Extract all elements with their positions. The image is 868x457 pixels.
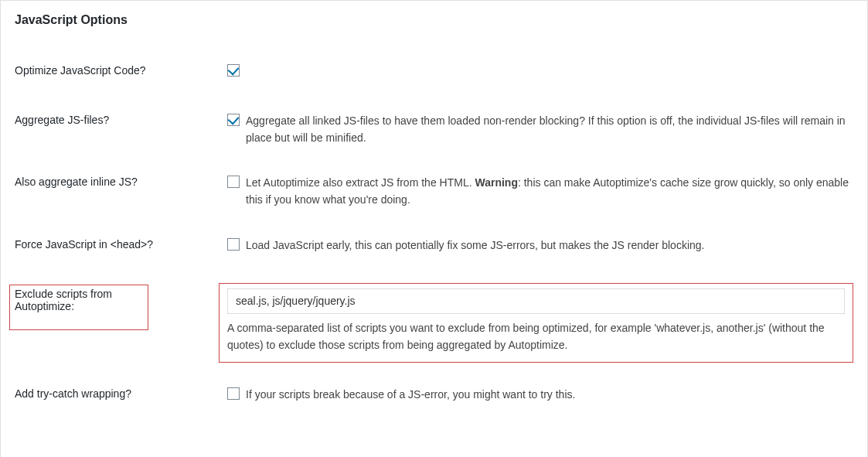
exclude-scripts-label: Exclude scripts from Autoptimize: — [15, 288, 112, 312]
aggregate-js-desc: Aggregate all linked JS-files to have th… — [246, 112, 853, 146]
aggregate-js-control: Aggregate all linked JS-files to have th… — [227, 112, 853, 146]
force-head-label: Force JavaScript in <head>? — [15, 237, 227, 251]
exclude-scripts-hint: A comma-separated list of scripts you wa… — [227, 320, 845, 353]
exclude-scripts-input[interactable] — [227, 288, 845, 315]
section-title: JavaScript Options — [15, 13, 853, 27]
optimize-js-checkbox[interactable] — [227, 64, 240, 77]
trycatch-label: Add try-catch wrapping? — [15, 386, 227, 400]
exclude-scripts-label-wrap: Exclude scripts from Autoptimize: — [15, 283, 227, 330]
exclude-scripts-control: A comma-separated list of scripts you wa… — [227, 283, 853, 363]
inline-js-desc-pre: Let Autoptimize also extract JS from the… — [246, 176, 475, 189]
row-force-head: Force JavaScript in <head>? Load JavaScr… — [15, 223, 853, 272]
inline-js-label: Also aggregate inline JS? — [15, 174, 227, 188]
inline-js-desc-bold: Warning — [475, 176, 517, 189]
inline-js-desc: Let Autoptimize also extract JS from the… — [246, 174, 853, 208]
row-optimize-js: Optimize JavaScript Code? — [15, 49, 853, 98]
trycatch-control: If your scripts break because of a JS-er… — [227, 386, 853, 404]
aggregate-js-label: Aggregate JS-files? — [15, 112, 227, 126]
javascript-options-panel: JavaScript Options Optimize JavaScript C… — [0, 0, 868, 457]
optimize-js-control — [227, 63, 853, 77]
row-inline-js: Also aggregate inline JS? Let Autoptimiz… — [15, 160, 853, 222]
trycatch-desc: If your scripts break because of a JS-er… — [246, 386, 575, 404]
optimize-js-label: Optimize JavaScript Code? — [15, 63, 227, 77]
force-head-control: Load JavaScript early, this can potentia… — [227, 237, 853, 254]
trycatch-checkbox[interactable] — [227, 387, 240, 400]
force-head-desc: Load JavaScript early, this can potentia… — [246, 237, 704, 254]
row-aggregate-js: Aggregate JS-files? Aggregate all linked… — [15, 98, 853, 160]
aggregate-js-checkbox[interactable] — [227, 114, 240, 126]
row-exclude-scripts: Exclude scripts from Autoptimize: A comm… — [15, 272, 853, 372]
force-head-checkbox[interactable] — [227, 238, 240, 251]
inline-js-checkbox[interactable] — [227, 176, 240, 188]
inline-js-control: Let Autoptimize also extract JS from the… — [227, 174, 853, 208]
exclude-scripts-label-highlight: Exclude scripts from Autoptimize: — [9, 285, 148, 330]
row-trycatch: Add try-catch wrapping? If your scripts … — [15, 372, 853, 421]
exclude-scripts-control-highlight: A comma-separated list of scripts you wa… — [219, 283, 853, 363]
